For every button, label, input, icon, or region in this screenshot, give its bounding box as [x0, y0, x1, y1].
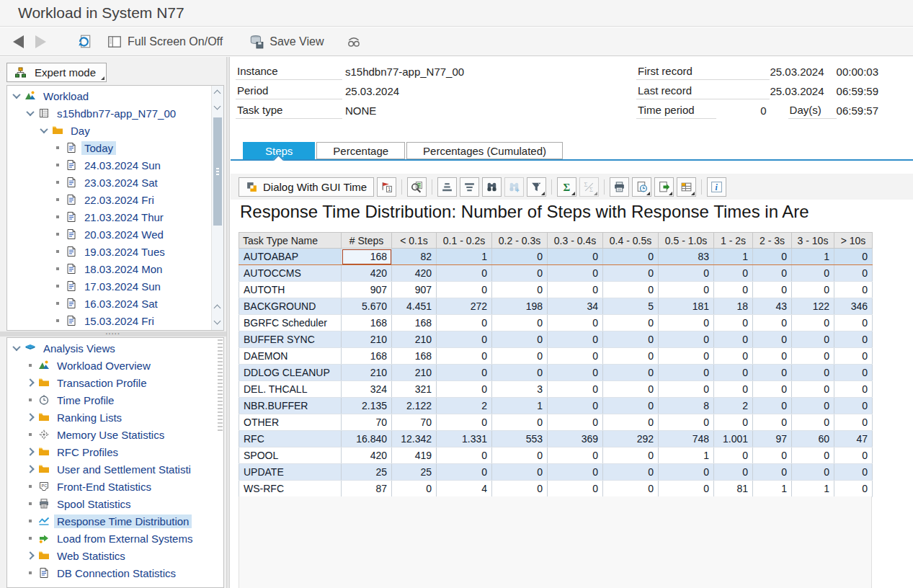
tree-item-21-03-2024-thur[interactable]: 21.03.2024 Thur [7, 208, 223, 226]
analysis-tree-scrollbar[interactable] [218, 339, 223, 433]
tree-item-20-03-2024-wed[interactable]: 20.03.2024 Wed [7, 226, 223, 243]
grid-cell[interactable]: 419 [392, 447, 437, 464]
grid-cell[interactable]: 97 [753, 431, 792, 447]
grid-cell[interactable]: 0 [792, 414, 834, 431]
grid-column-header-0-3-0-4s[interactable]: 0.3 - 0.4s [548, 233, 603, 249]
grid-cell[interactable]: 0 [753, 348, 792, 365]
grid-cell[interactable]: 0 [834, 331, 873, 348]
grid-cell[interactable]: 0 [659, 331, 714, 348]
grid-cell[interactable]: 210 [392, 331, 437, 348]
save-view-button[interactable]: Save View [249, 34, 324, 50]
grid-cell[interactable]: 0 [437, 265, 492, 282]
grid-cell[interactable]: 0 [714, 315, 753, 331]
print-preview-button[interactable] [632, 177, 651, 197]
grid-cell[interactable]: 210 [342, 331, 392, 348]
grid-cell[interactable]: 0 [437, 282, 492, 298]
grid-cell[interactable]: 0 [834, 381, 873, 398]
grid-cell[interactable]: 0 [492, 447, 548, 464]
tree-item-workload[interactable]: Workload [7, 87, 223, 104]
grid-cell[interactable]: 0 [548, 398, 603, 414]
grid-cell[interactable]: 0 [603, 481, 659, 497]
tree-item-workload-overview[interactable]: Workload Overview [7, 357, 223, 374]
grid-cell[interactable]: 70 [392, 414, 437, 431]
back-icon[interactable] [13, 35, 24, 48]
grid-cell[interactable]: 907 [392, 282, 437, 298]
tree-item-memory-use-statistics[interactable]: Memory Use Statistics [7, 426, 223, 443]
grid-cell[interactable]: 0 [603, 398, 659, 414]
grid-cell[interactable]: 0 [834, 398, 873, 414]
grid-cell[interactable]: 0 [437, 414, 492, 431]
grid-cell[interactable]: 0 [659, 414, 714, 431]
grid-cell[interactable]: 0 [492, 282, 548, 298]
grid-cell[interactable]: 0 [548, 365, 603, 381]
grid-cell[interactable]: 43 [753, 298, 792, 315]
grid-cell[interactable]: 0 [659, 265, 714, 282]
grid-cell[interactable]: 0 [714, 414, 753, 431]
scroll-up-icon[interactable] [214, 305, 221, 312]
expand-icon[interactable] [24, 553, 36, 558]
grid-cell[interactable]: 70 [342, 414, 392, 431]
grid-cell[interactable]: 0 [548, 249, 603, 265]
grid-cell[interactable]: 0 [603, 365, 659, 381]
grid-cell[interactable]: 0 [792, 265, 834, 282]
grid-cell-task-type[interactable]: WS-RFC [239, 481, 342, 497]
grid-cell[interactable]: 0 [792, 381, 834, 398]
panel-splitter[interactable]: ▪▪▪▪▪ [0, 331, 226, 337]
tree-item-22-03-2024-fri[interactable]: 22.03.2024 Fri [7, 191, 223, 208]
grid-cell[interactable]: 346 [834, 298, 873, 315]
tree-item-time-profile[interactable]: Time Profile [7, 391, 223, 409]
grid-cell[interactable]: 0 [492, 265, 548, 282]
grid-column-header-3-10s[interactable]: 3 - 10s [792, 233, 834, 249]
grid-cell[interactable]: 0 [792, 331, 834, 348]
grid-cell[interactable]: 0 [603, 331, 659, 348]
tree-item-17-03-2024-sun[interactable]: 17.03.2024 Sun [7, 277, 223, 295]
grid-cell[interactable]: 0 [437, 315, 492, 331]
grid-cell[interactable]: 321 [392, 381, 437, 398]
tree-item-ranking-lists[interactable]: Ranking Lists [7, 409, 223, 426]
grid-cell[interactable]: 292 [603, 431, 659, 447]
grid-cell[interactable]: 0 [659, 315, 714, 331]
tree-item-transaction-profile[interactable]: Transaction Profile [7, 374, 223, 391]
grid-cell[interactable]: 0 [834, 414, 873, 431]
tree-item-15-03-2024-fri[interactable]: 15.03.2024 Fri [7, 312, 223, 329]
grid-cell[interactable]: 0 [753, 331, 792, 348]
details-button[interactable] [407, 177, 427, 197]
grid-cell[interactable]: 0 [834, 348, 873, 365]
grid-cell[interactable]: 0 [792, 365, 834, 381]
grid-cell[interactable]: 0 [603, 414, 659, 431]
grid-cell[interactable]: 0 [548, 315, 603, 331]
grid-cell[interactable]: 1 [437, 249, 492, 265]
scroll-up-icon[interactable] [214, 90, 221, 97]
grid-cell[interactable]: 18 [714, 298, 753, 315]
tree-item-day[interactable]: Day [7, 122, 223, 139]
grid-cell-task-type[interactable]: DDLOG CLEANUP [239, 365, 342, 381]
grid-cell-task-type[interactable]: AUTOTH [239, 282, 342, 298]
grid-cell[interactable]: 0 [603, 282, 659, 298]
grid-cell[interactable]: 0 [437, 348, 492, 365]
grid-cell-task-type[interactable]: RFC [239, 431, 342, 447]
grid-cell[interactable]: 0 [792, 348, 834, 365]
grid-column-header-10s[interactable]: > 10s [834, 233, 873, 249]
tree-item-analysis-views[interactable]: Analysis Views [7, 339, 223, 357]
grid-cell[interactable]: 1 [792, 249, 834, 265]
grid-cell[interactable]: 0 [753, 447, 792, 464]
grid-cell[interactable]: 0 [548, 447, 603, 464]
grid-cell[interactable]: 2 [714, 398, 753, 414]
grid-cell-task-type[interactable]: SPOOL [239, 447, 342, 464]
tree-item-rfc-profiles[interactable]: RFC Profiles [7, 443, 223, 460]
grid-cell[interactable]: 1 [659, 447, 714, 464]
grid-cell[interactable]: 0 [492, 249, 548, 265]
grid-cell[interactable]: 907 [342, 282, 392, 298]
grid-cell[interactable]: 168 [342, 249, 392, 265]
grid-cell-task-type[interactable]: BUFFER SYNC [239, 331, 342, 348]
collapse-icon[interactable] [10, 93, 22, 99]
grid-cell[interactable]: 0 [437, 381, 492, 398]
grid-cell[interactable]: 0 [659, 365, 714, 381]
grid-column-header-0-1-0-2s[interactable]: 0.1 - 0.2s [437, 233, 492, 249]
grid-cell[interactable]: 324 [342, 381, 392, 398]
grid-cell[interactable]: 0 [834, 249, 873, 265]
grid-cell[interactable]: 0 [659, 481, 714, 497]
collapse-icon[interactable] [37, 128, 50, 133]
choose-detail-button[interactable]: 1 [377, 177, 396, 197]
grid-cell[interactable]: 1 [714, 249, 753, 265]
